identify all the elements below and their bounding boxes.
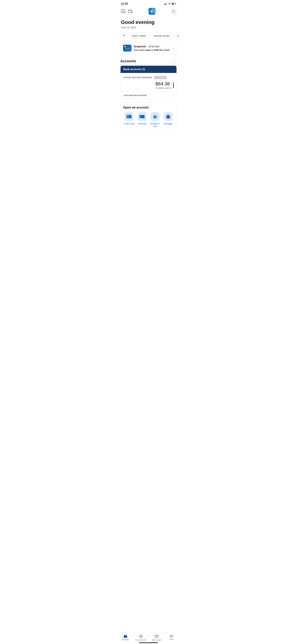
accounts-header: Accounts ···: [120, 59, 177, 64]
bank-accounts-card: Bank accounts (1) CHASE SECURE BANKING $…: [120, 66, 177, 99]
quick-actions: + Send | Zelle® Deposit checks Pay bills: [118, 30, 179, 41]
accounts-title: Accounts: [120, 59, 136, 63]
credit-cards-label: Credit cards: [123, 122, 134, 125]
open-account-section: Open an account Credit cards: [120, 103, 177, 131]
snapshot-title-row: Snapshot 30 sec read: [134, 45, 171, 48]
savings-label: Savings & CDs: [149, 122, 161, 128]
svg-point-30: [156, 116, 156, 117]
link-external-text: Link external accounts: [123, 94, 147, 96]
svg-rect-16: [125, 48, 129, 49]
link-external-chevron-icon: ›: [173, 94, 174, 96]
pay-bills-button[interactable]: Pay bills: [174, 33, 179, 39]
svg-rect-34: [168, 117, 169, 118]
account-number-masked: [154, 76, 167, 79]
bank-accounts-header-text: Bank accounts (1): [123, 68, 174, 71]
open-account-grid: Credit cards Checking: [123, 112, 174, 128]
accounts-section: Accounts ··· Bank accounts (1) CHASE SEC…: [118, 57, 179, 100]
greeting-date: June 13, 2024: [121, 26, 176, 29]
savings-icon: $: [151, 112, 160, 121]
snapshot-card[interactable]: Snapshot 30 sec read Your card usage is …: [120, 42, 177, 54]
svg-point-6: [123, 12, 124, 12]
wifi-icon: [168, 3, 171, 5]
svg-rect-37: [169, 117, 170, 118]
checking-icon: [138, 112, 146, 121]
svg-rect-33: [154, 116, 155, 116]
add-card-icon[interactable]: [128, 9, 133, 14]
bank-accounts-header: Bank accounts (1): [121, 66, 176, 73]
open-account-checking[interactable]: Checking: [136, 112, 148, 128]
snapshot-badge: 30 sec read: [147, 45, 160, 48]
svg-point-28: [154, 118, 155, 118]
chase-secure-banking-row[interactable]: CHASE SECURE BANKING $64.36 Available ba…: [121, 73, 176, 91]
top-nav: [118, 6, 179, 17]
signal-icon: [164, 3, 167, 5]
balance-bar-icon: [173, 82, 174, 88]
add-action-button[interactable]: +: [121, 32, 127, 39]
chase-logo[interactable]: [148, 8, 155, 15]
mortgage-label: Mortgage: [164, 122, 172, 125]
status-bar: 11:23 36: [118, 0, 179, 6]
mortgage-icon: [164, 112, 173, 121]
svg-rect-1: [165, 4, 166, 5]
chat-icon[interactable]: [121, 9, 126, 14]
svg-rect-35: [167, 117, 168, 118]
account-balance-label: Available balance: [155, 87, 171, 89]
svg-point-7: [124, 12, 124, 12]
account-name-row: CHASE SECURE BANKING: [123, 76, 174, 79]
snapshot-chevron-icon: ›: [173, 46, 174, 50]
svg-rect-3: [167, 3, 167, 5]
svg-rect-24: [140, 117, 142, 117]
account-balance-row: $64.36 Available balance: [123, 81, 174, 89]
greeting-title: Good evening: [121, 19, 176, 25]
open-account-title: Open an account: [123, 106, 174, 109]
open-account-savings[interactable]: $ Savings & CDs: [149, 112, 161, 128]
open-account-credit-cards[interactable]: Credit cards: [123, 112, 135, 128]
send-zelle-button[interactable]: Send | Zelle®: [129, 33, 149, 39]
svg-rect-2: [166, 3, 166, 5]
status-icons: 36: [164, 3, 176, 5]
svg-rect-25: [140, 118, 142, 118]
status-time: 11:23: [121, 2, 128, 5]
profile-icon[interactable]: [171, 9, 176, 14]
accounts-menu-button[interactable]: ···: [172, 59, 177, 64]
svg-rect-21: [127, 115, 128, 116]
battery-indicator: 36: [172, 3, 176, 5]
svg-point-8: [124, 12, 125, 12]
credit-cards-icon: [125, 112, 133, 121]
checking-label: Checking: [138, 122, 146, 125]
link-external-accounts-row[interactable]: Link external accounts ›: [121, 91, 176, 99]
card-chip: [124, 46, 126, 47]
svg-rect-0: [164, 4, 165, 5]
snapshot-title: Snapshot: [134, 45, 146, 48]
snapshot-description: Your card usage is $388 this week.: [134, 49, 171, 51]
snapshot-card-icon: [123, 45, 132, 52]
greeting-section: Good evening June 13, 2024: [118, 17, 179, 30]
deposit-checks-button[interactable]: Deposit checks: [151, 33, 173, 39]
open-account-mortgage[interactable]: Mortgage: [162, 112, 174, 128]
nav-left: [121, 9, 133, 14]
account-name: CHASE SECURE BANKING: [123, 76, 152, 79]
snapshot-content: Snapshot 30 sec read Your card usage is …: [134, 45, 171, 51]
svg-point-29: [155, 118, 156, 118]
account-balance: $64.36: [155, 81, 171, 86]
